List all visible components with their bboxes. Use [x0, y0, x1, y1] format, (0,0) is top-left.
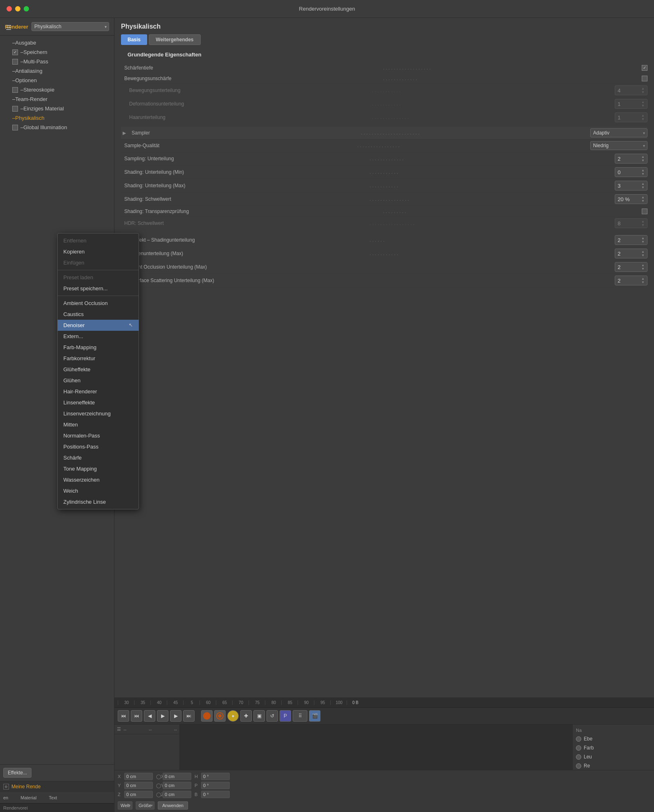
- sidebar-item-multipass[interactable]: –Multi-Pass: [0, 57, 114, 66]
- radio-leu[interactable]: [576, 754, 581, 760]
- radio-ebene[interactable]: [576, 736, 581, 742]
- schaerfe-checkbox[interactable]: [642, 65, 647, 71]
- coord-b-input[interactable]: [201, 791, 230, 798]
- bewegungsunschaerfe-checkbox[interactable]: [642, 76, 647, 81]
- ctx-farbkorrektur[interactable]: Farbkorrektur: [58, 353, 139, 364]
- play-button[interactable]: ▶: [157, 710, 168, 722]
- ctx-schaerfe[interactable]: Schärfe: [58, 452, 139, 463]
- sidebar-item-ausgabe[interactable]: –Ausgabe: [0, 38, 114, 47]
- sidebar-item-einziges-material[interactable]: –Einziges Material: [0, 104, 114, 113]
- ctx-mitten[interactable]: Mitten: [58, 419, 139, 430]
- stereoskopie-checkbox[interactable]: [12, 87, 18, 93]
- shading-min-spinner[interactable]: 0 ▲▼: [615, 167, 647, 177]
- goto-start-button[interactable]: ⏮: [118, 710, 129, 722]
- matteffekt-spinner[interactable]: 2 ▲▼: [615, 235, 647, 245]
- transparenz-checkbox[interactable]: [642, 209, 647, 214]
- sidebar-item-antialiasing[interactable]: –Antialiasing: [0, 66, 114, 76]
- ctx-linseneffekte[interactable]: Linseneffekte: [58, 397, 139, 408]
- film-button[interactable]: 🎬: [309, 710, 320, 722]
- coord-x1-input[interactable]: [124, 773, 153, 780]
- ctx-entfernen[interactable]: Entfernen: [58, 235, 139, 246]
- record-button[interactable]: [201, 710, 213, 722]
- sample-qualitaet-select[interactable]: Niedrig: [590, 141, 647, 150]
- coord-y2-input[interactable]: [163, 782, 191, 789]
- coord-z2-input[interactable]: [163, 791, 191, 798]
- keyframe-button-2[interactable]: ▣: [253, 710, 265, 722]
- shading-max-spinner[interactable]: 3 ▲▼: [615, 181, 647, 191]
- ctx-positions-pass[interactable]: Positions-Pass: [58, 441, 139, 452]
- shading-schwellwert-spinner[interactable]: 20 % ▲▼: [615, 194, 647, 204]
- coord-x2-input[interactable]: [163, 773, 191, 780]
- ctx-zylindrische-linse[interactable]: Zylindrische Linse: [58, 496, 139, 507]
- nav-label: –Physikalisch: [12, 115, 45, 121]
- renderer-dropdown[interactable]: Physikalisch: [31, 22, 109, 31]
- prev-frame-button[interactable]: ⏮: [131, 710, 142, 722]
- ctx-normalen-pass[interactable]: Normalen-Pass: [58, 430, 139, 441]
- ruler-mark: 5: [183, 700, 199, 705]
- goto-end-button[interactable]: ⏭: [183, 710, 195, 722]
- hamburger-icon[interactable]: ☰: [6, 24, 11, 31]
- ctx-divider-2: [58, 296, 139, 296]
- ctx-gluheffekte[interactable]: Glüheffekte: [58, 364, 139, 375]
- radio-re[interactable]: [576, 763, 581, 769]
- tab-weitergehendes[interactable]: Weitergehendes: [149, 34, 200, 45]
- sampling-spinner[interactable]: 2 ▲▼: [615, 154, 647, 164]
- coord-z1-input[interactable]: [124, 791, 153, 798]
- subsurface-spinner[interactable]: 2 ▲▼: [615, 276, 647, 285]
- menu-icon[interactable]: ☰: [117, 727, 121, 732]
- radio-farbe[interactable]: [576, 745, 581, 751]
- coord-p-input[interactable]: [201, 782, 230, 789]
- track-menu-row: ☰ -- -- --: [114, 725, 179, 734]
- speichern-checkbox[interactable]: [12, 49, 18, 55]
- ctx-tone-mapping[interactable]: Tone Mapping: [58, 463, 139, 474]
- ctx-kopieren[interactable]: Kopieren: [58, 246, 139, 257]
- ctx-preset-speichern[interactable]: Preset speichern...: [58, 283, 139, 294]
- ctx-caustics[interactable]: Caustics: [58, 309, 139, 320]
- ctx-linsenverzeichnung[interactable]: Linsenverzeichnung: [58, 408, 139, 419]
- minimize-button[interactable]: [15, 6, 20, 11]
- ctx-denoiser[interactable]: Denoiser ↖: [58, 320, 139, 331]
- coord-y1-input[interactable]: [124, 782, 153, 789]
- ctx-gluehen[interactable]: Glühen: [58, 375, 139, 386]
- sidebar-item-team-render[interactable]: –Team-Render: [0, 94, 114, 104]
- step-forward-button[interactable]: ▶: [170, 710, 181, 722]
- auto-key-button[interactable]: [214, 710, 226, 722]
- apply-button[interactable]: Anwenden: [158, 801, 188, 810]
- ctx-farb-mapping[interactable]: Farb-Mapping: [58, 342, 139, 353]
- nav-label: –Global Illumination: [20, 124, 67, 130]
- ctx-preset-laden-label: Preset laden: [58, 272, 139, 283]
- ctx-extern[interactable]: Extern...: [58, 331, 139, 342]
- maximize-button[interactable]: [24, 6, 29, 11]
- step-back-button[interactable]: ◀: [144, 710, 155, 722]
- sampler-select[interactable]: Adaptiv: [590, 128, 647, 137]
- einziges-checkbox[interactable]: [12, 106, 18, 112]
- schatten-spinner[interactable]: 2 ▲▼: [615, 249, 647, 258]
- ctx-weich[interactable]: Weich: [58, 485, 139, 496]
- coord-h-input[interactable]: [201, 773, 230, 780]
- context-menu: Entfernen Kopieren Einfügen Preset laden…: [57, 233, 139, 509]
- ctx-wasserzeichen[interactable]: Wasserzeichen: [58, 474, 139, 485]
- sidebar-item-stereoskopie[interactable]: –Stereoskopie: [0, 85, 114, 94]
- multipass-checkbox[interactable]: [12, 59, 18, 65]
- ao-spinner[interactable]: 2 ▲▼: [615, 262, 647, 272]
- ctx-ambient-occlusion[interactable]: Ambient Occlusion: [58, 298, 139, 309]
- sidebar-item-global-illumination[interactable]: –Global Illumination: [0, 123, 114, 132]
- groesse-select[interactable]: Größe: [136, 801, 155, 810]
- effects-button[interactable]: Effekte...: [3, 768, 31, 778]
- tab-basis[interactable]: Basis: [121, 34, 147, 45]
- grid-button[interactable]: ⠿: [293, 710, 307, 722]
- sidebar-item-physikalisch[interactable]: –Physikalisch: [0, 113, 114, 123]
- motion-button[interactable]: P: [280, 710, 291, 722]
- ctx-hair-renderer[interactable]: Hair-Renderer: [58, 386, 139, 397]
- window-controls[interactable]: [7, 6, 29, 11]
- key-button[interactable]: ●: [227, 710, 239, 722]
- loop-button[interactable]: ↺: [267, 710, 278, 722]
- ctx-einfuegen[interactable]: Einfügen: [58, 257, 139, 268]
- gi-checkbox[interactable]: [12, 125, 18, 130]
- close-button[interactable]: [7, 6, 12, 11]
- add-keyframe-button[interactable]: ✚: [240, 710, 252, 722]
- prop-label: HDR: Schwellwert: [121, 220, 370, 226]
- sidebar-item-optionen[interactable]: –Optionen: [0, 76, 114, 85]
- sidebar-item-speichern[interactable]: –Speichern: [0, 47, 114, 57]
- welt-select[interactable]: Welt: [118, 801, 132, 810]
